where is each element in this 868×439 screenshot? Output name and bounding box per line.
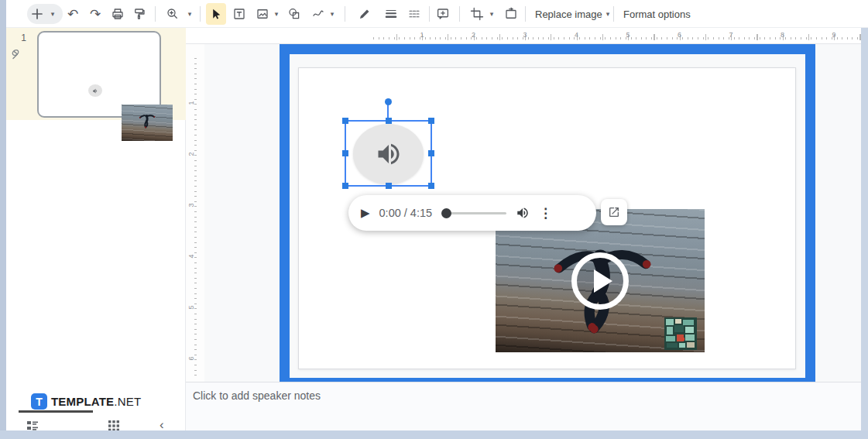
paint-format-button[interactable] bbox=[130, 5, 149, 23]
border-color-button[interactable] bbox=[355, 5, 374, 23]
undo-button[interactable]: ↶ bbox=[63, 5, 82, 23]
resize-handle-top-left[interactable] bbox=[342, 118, 348, 124]
h-ruler-number: 7 bbox=[729, 31, 732, 39]
format-options-label: Format options bbox=[623, 9, 691, 20]
speaker-notes-placeholder[interactable]: Click to add speaker notes bbox=[193, 389, 321, 402]
resize-handle-bottom-center[interactable] bbox=[386, 183, 392, 189]
scribble-line-icon bbox=[311, 7, 325, 21]
audio-more-options-button[interactable]: ⋮ bbox=[539, 205, 552, 221]
v-ruler-number: 3 bbox=[187, 203, 195, 207]
brand-underline bbox=[19, 410, 93, 413]
plus-icon bbox=[31, 8, 43, 20]
audio-play-button[interactable]: ▶ bbox=[361, 206, 370, 220]
main-toolbar: ▾ ↶ ↷ ▾ bbox=[6, 0, 868, 28]
resize-handle-middle-left[interactable] bbox=[342, 150, 348, 156]
crop-dropdown[interactable]: ▾ bbox=[486, 5, 497, 23]
grid-view-icon bbox=[108, 420, 119, 431]
crop-icon bbox=[470, 7, 484, 21]
brand-bold: TEMPLATE bbox=[51, 395, 114, 408]
chevron-down-icon: ▾ bbox=[331, 10, 335, 18]
selection-bounding-box bbox=[345, 120, 432, 187]
horizontal-ruler: 123456789 bbox=[186, 28, 861, 44]
open-in-new-button[interactable] bbox=[601, 199, 627, 225]
paint-format-icon bbox=[132, 7, 146, 21]
h-ruler-number: 4 bbox=[575, 31, 578, 39]
h-ruler-number: 1 bbox=[420, 31, 424, 39]
template-net-logo-text: TEMPLATE.NET bbox=[51, 395, 141, 408]
crop-button[interactable] bbox=[468, 5, 486, 23]
slider-knob[interactable] bbox=[441, 208, 451, 218]
replace-image-label: Replace image bbox=[535, 9, 602, 20]
vertical-ruler-ticks bbox=[194, 58, 197, 379]
speaker-notes-panel: Click to add speaker notes bbox=[186, 382, 861, 430]
toolbar-separator bbox=[429, 6, 430, 22]
h-ruler-number: 9 bbox=[832, 31, 835, 39]
pencil-icon bbox=[358, 7, 372, 21]
right-scrollbar[interactable] bbox=[861, 28, 868, 430]
resize-handle-top-right[interactable] bbox=[428, 118, 434, 124]
template-net-watermark: T TEMPLATE.NET bbox=[31, 393, 141, 410]
rotation-handle[interactable] bbox=[385, 98, 392, 105]
text-box-icon bbox=[232, 7, 246, 21]
h-ruler-number: 8 bbox=[781, 31, 784, 39]
cursor-icon bbox=[209, 7, 223, 21]
image-icon bbox=[256, 7, 269, 21]
volume-icon bbox=[516, 206, 530, 220]
replace-image-menu[interactable]: Replace image ▾ bbox=[535, 0, 609, 28]
zoom-button[interactable] bbox=[163, 5, 182, 23]
audio-player-bar: ▶ 0:00 / 4:15 ⋮ bbox=[348, 195, 596, 231]
pin-icon bbox=[9, 48, 22, 64]
text-box-button[interactable] bbox=[230, 5, 249, 23]
insert-line-button[interactable] bbox=[309, 5, 328, 23]
insert-shape-button[interactable] bbox=[285, 5, 304, 23]
v-ruler-number: 2 bbox=[187, 152, 195, 156]
insert-image-button[interactable] bbox=[253, 5, 272, 23]
format-options-button[interactable]: Format options bbox=[623, 0, 691, 28]
thumbnail-parkour-figure bbox=[137, 111, 157, 132]
resize-handle-middle-right[interactable] bbox=[428, 150, 434, 156]
audio-volume-button[interactable] bbox=[516, 206, 530, 220]
replace-image-icon bbox=[504, 7, 518, 21]
insert-line-dropdown[interactable]: ▾ bbox=[327, 5, 338, 23]
window-left-edge bbox=[0, 0, 6, 439]
resize-handle-top-center[interactable] bbox=[386, 118, 392, 124]
play-icon bbox=[594, 269, 612, 293]
new-slide-dropdown[interactable]: ▾ bbox=[47, 5, 58, 23]
border-weight-button[interactable] bbox=[382, 5, 400, 23]
audio-time-display: 0:00 / 4:15 bbox=[379, 207, 433, 219]
vertical-ruler: 123456 bbox=[186, 44, 204, 382]
toolbar-separator bbox=[525, 6, 526, 22]
add-comment-icon bbox=[436, 7, 450, 21]
toolbar-separator bbox=[459, 6, 460, 22]
brand-rest: .NET bbox=[114, 395, 141, 408]
toolbar-separator bbox=[345, 6, 345, 22]
line-weight-icon bbox=[384, 7, 398, 21]
chevron-down-icon: ▾ bbox=[275, 10, 279, 18]
v-ruler-number: 1 bbox=[187, 101, 195, 105]
line-dash-icon bbox=[407, 7, 421, 21]
insert-image-dropdown[interactable]: ▾ bbox=[271, 5, 282, 23]
h-ruler-number: 5 bbox=[626, 31, 630, 39]
print-icon bbox=[111, 7, 125, 21]
zoom-dropdown[interactable]: ▾ bbox=[184, 5, 195, 23]
border-dash-button[interactable] bbox=[405, 5, 424, 23]
chevron-down-icon: ▾ bbox=[51, 10, 55, 18]
mask-image-button[interactable] bbox=[502, 5, 520, 23]
resize-handle-bottom-left[interactable] bbox=[342, 183, 348, 189]
slider-track bbox=[444, 212, 506, 214]
chevron-down-icon: ▾ bbox=[188, 10, 192, 18]
slide-thumbnail[interactable] bbox=[37, 31, 161, 118]
resize-handle-bottom-right[interactable] bbox=[428, 183, 434, 189]
redo-button[interactable]: ↷ bbox=[86, 5, 105, 23]
new-slide-button[interactable] bbox=[28, 5, 46, 23]
print-button[interactable] bbox=[108, 5, 127, 23]
toolbar-separator bbox=[200, 6, 201, 22]
slide-number: 1 bbox=[12, 33, 26, 43]
select-tool-button[interactable] bbox=[207, 5, 225, 23]
undo-icon: ↶ bbox=[67, 8, 78, 21]
v-ruler-number: 4 bbox=[187, 254, 195, 258]
h-ruler-number: 6 bbox=[678, 31, 681, 39]
audio-seek-slider[interactable] bbox=[441, 207, 506, 218]
add-comment-button[interactable] bbox=[434, 5, 452, 23]
video-play-button[interactable] bbox=[571, 252, 629, 310]
